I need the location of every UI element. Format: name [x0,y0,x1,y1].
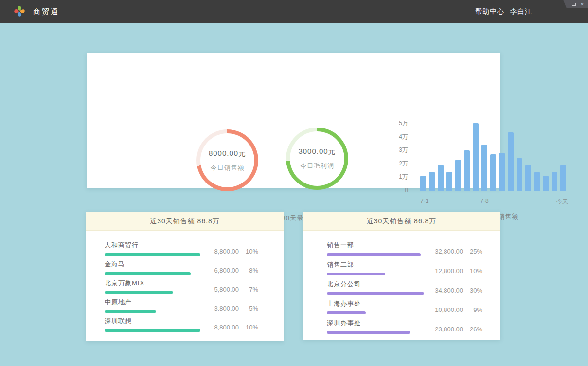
y-tick-label: 3万 [386,146,408,153]
rank-row-percent: 10% [463,267,482,274]
today-summary-card: 8000.00元 今日销售额 30天最高：10,000.00元 3000.00元… [87,53,500,188]
rank-row-percent: 8% [239,267,258,274]
rank-row-bar [105,310,156,313]
today-profit-value: 3000.00元 [298,147,336,156]
bar-chart-bars [420,123,568,191]
chart-bar [543,176,549,191]
chart-bar [429,172,435,191]
rank-row-figures: 5,800.00 7% [200,284,258,294]
chart-bar [490,154,496,191]
chart-bar [552,172,557,191]
rank-row-percent: 9% [463,306,482,313]
rank-row-figures: 8,800.00 10% [200,246,258,256]
maximize-icon[interactable] [571,2,576,7]
rank-row: 深圳办事处 23,800.00 26% [327,319,482,334]
rank-row: 北京分公司 34,800.00 30% [327,280,482,295]
chart-bar [560,165,566,191]
minimize-icon[interactable] [563,2,568,7]
rank-row-bar [327,292,424,295]
rank-row-bar [105,329,200,332]
username-menu[interactable]: 李白江 [510,0,532,23]
header-bar: 商贸通 帮助中心 李白江 ✕ [0,0,588,23]
bar-chart-y-axis: 5万4万3万2万1万0 [386,120,408,194]
rank-row-bar [327,273,385,275]
x-tick-label: 7-8 [480,198,488,204]
today-sales-donut: 8000.00元 今日销售额 [196,129,258,191]
chart-bar [499,153,505,191]
chart-bar [420,176,426,191]
rank-row-percent: 10% [239,324,258,331]
chart-bar [455,160,461,191]
chart-bar [438,165,444,191]
chart-bar [534,172,540,191]
rank-row: 上海办事处 10,800.00 9% [327,300,482,314]
today-sales-value: 8000.00元 [209,149,246,158]
rank-row: 销售二部 12,800.00 10% [327,261,482,275]
today-sales-donut-center: 8000.00元 今日销售额 [200,133,254,187]
department-rank-card: 近30天销售额 86.8万 销售一部 32,800.00 25% 销售二部 12… [303,212,500,340]
rank-row-percent: 30% [463,287,482,294]
y-tick-label: 2万 [386,160,408,167]
today-profit-donut: 3000.00元 今日毛利润 [286,128,348,190]
rank-row-value: 34,800.00 [424,287,463,294]
app-logo-pinwheel-icon [13,4,26,18]
chart-bar [517,158,522,191]
rank-row-bar [327,331,410,334]
rank-row: 销售一部 32,800.00 25% [327,241,482,256]
rank-row-value: 6,800.00 [200,267,239,274]
rank-row-bar [105,253,200,256]
rank-row-bar [105,291,173,294]
rank-row: 人和商贸行 8,800.00 10% [105,241,258,256]
chart-bar [473,123,479,191]
today-profit-label: 今日毛利润 [300,162,334,170]
chart-bar [464,150,470,191]
app-window: 商贸通 帮助中心 李白江 ✕ 8000.00元 今日销售额 30天最高：10,0… [0,0,588,366]
customer-rank-title: 近30天销售额 86.8万 [86,212,284,231]
x-tick-label: 今天 [556,198,568,206]
rank-row: 中原地产 3,800.00 5% [105,298,258,313]
y-tick-label: 5万 [386,120,408,127]
rank-row-figures: 10,800.00 9% [424,305,482,314]
chart-bar [481,145,487,191]
window-controls: ✕ [559,0,588,8]
close-icon[interactable]: ✕ [580,2,585,7]
department-rank-list: 销售一部 32,800.00 25% 销售二部 12,800.00 10% 北京… [303,231,500,334]
bar-chart-x-axis: 7-17-8今天 [420,198,568,204]
rank-row-value: 12,800.00 [424,267,463,274]
y-tick-label: 0 [386,187,408,194]
rank-row-bar [327,253,421,256]
rank-row-bar [105,272,191,275]
rank-row-figures: 6,800.00 8% [200,265,258,275]
rank-row-figures: 34,800.00 30% [424,285,482,295]
rank-row-percent: 10% [239,248,258,255]
rank-row: 深圳联想 8,800.00 10% [105,317,258,332]
rank-row-value: 5,800.00 [200,286,239,293]
rank-row-figures: 12,800.00 10% [424,266,482,275]
rank-row-percent: 26% [463,326,482,333]
rank-row-value: 23,800.00 [424,326,463,333]
y-tick-label: 1万 [386,173,408,180]
today-profit-donut-center: 3000.00元 今日毛利润 [290,131,344,186]
rank-row-figures: 3,800.00 5% [200,303,258,313]
chart-bar [525,165,531,191]
rank-row-value: 8,800.00 [200,324,239,331]
app-title: 商贸通 [33,0,59,23]
rank-row-figures: 23,800.00 26% [424,324,482,334]
today-sales-label: 今日销售额 [211,164,245,172]
rank-row-value: 10,800.00 [424,306,463,313]
rank-row-value: 8,800.00 [200,248,239,255]
chart-bar [508,132,514,191]
rank-row-percent: 7% [239,286,258,293]
help-center-link[interactable]: 帮助中心 [475,0,504,23]
rank-row-value: 32,800.00 [424,248,463,255]
customer-rank-list: 人和商贸行 8,800.00 10% 金海马 6,800.00 8% 北京万象M… [86,231,284,332]
rank-row-percent: 25% [463,248,482,255]
department-rank-title: 近30天销售额 86.8万 [303,212,500,231]
rank-row-figures: 32,800.00 25% [424,246,482,256]
rank-row-value: 3,800.00 [200,305,239,312]
rank-row-percent: 5% [239,305,258,312]
rank-row-bar [327,311,366,314]
x-tick-label: 7-1 [420,198,428,204]
y-tick-label: 4万 [386,133,408,140]
rank-row: 北京万象MIX 5,800.00 7% [105,279,258,294]
